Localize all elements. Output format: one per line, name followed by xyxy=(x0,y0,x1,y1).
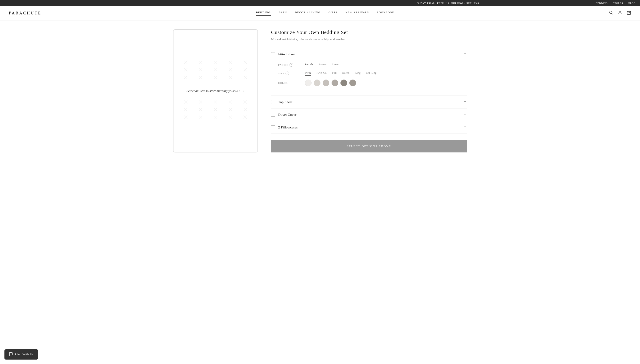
nav-bedding[interactable]: BEDDING xyxy=(256,11,271,16)
nav-lookbook[interactable]: LOOKBOOK xyxy=(377,11,394,16)
swatch-medium-gray[interactable] xyxy=(323,80,329,86)
x-mark xyxy=(195,67,206,72)
main-content: Select an item to start building your Se… xyxy=(160,20,480,161)
x-mark xyxy=(180,60,191,65)
bed-grid-5 xyxy=(180,107,251,112)
x-mark xyxy=(225,107,236,112)
fitted-sheet-label: Fitted Sheet xyxy=(278,52,460,56)
x-mark xyxy=(180,107,191,112)
search-icon[interactable] xyxy=(609,10,613,16)
fabric-percale[interactable]: Percale xyxy=(305,63,313,67)
about-us-link[interactable]: BEDDING xyxy=(596,2,608,4)
x-mark xyxy=(195,115,206,120)
size-twin[interactable]: Twin xyxy=(305,71,311,76)
x-mark xyxy=(225,67,236,72)
duvet-cover-label: Duvet Cover xyxy=(278,113,460,117)
size-twin-xl[interactable]: Twin XL xyxy=(316,71,327,76)
stores-link[interactable]: STORES xyxy=(613,2,623,4)
fabric-row: FABRIC ? Percale Sateen Linen xyxy=(278,63,467,67)
fabric-label: FABRIC ? xyxy=(278,63,305,67)
swatch-charcoal[interactable] xyxy=(349,80,356,86)
fitted-sheet-chevron[interactable] xyxy=(463,52,467,56)
x-mark xyxy=(240,115,251,120)
color-label: COLOR xyxy=(278,82,305,84)
x-mark xyxy=(225,100,236,104)
accordion-fitted-sheet: Fitted Sheet FABRIC ? Percale Sateen Lin… xyxy=(271,48,467,96)
bed-cta-text: Select an item to start building your Se… xyxy=(187,89,244,93)
x-mark xyxy=(210,107,221,112)
top-banner: 60 DAY TRIAL | FREE U.S. SHIPPING + RETU… xyxy=(0,0,640,6)
duvet-cover-chevron[interactable] xyxy=(463,112,467,117)
size-help-icon[interactable]: ? xyxy=(286,72,289,75)
color-swatches xyxy=(305,80,356,86)
logo[interactable]: PARACHUTE xyxy=(9,11,42,16)
top-sheet-chevron[interactable] xyxy=(463,100,467,104)
nav-new-arrivals[interactable]: NEW ARRIVALS xyxy=(346,11,369,16)
config-subtitle: Mix and match fabrics, colors and sizes … xyxy=(271,38,467,41)
x-mark xyxy=(240,60,251,65)
accordion-header-pillowcases[interactable]: 2 Pillowcases xyxy=(271,121,467,134)
swatch-warm-gray[interactable] xyxy=(332,80,338,86)
banner-links: BEDDING STORES BLOG xyxy=(596,2,635,4)
top-sheet-checkbox[interactable] xyxy=(271,100,275,104)
x-mark xyxy=(210,115,221,120)
x-mark xyxy=(180,115,191,120)
x-mark xyxy=(195,100,206,104)
x-mark xyxy=(195,107,206,112)
svg-line-1 xyxy=(612,13,613,14)
x-mark xyxy=(240,67,251,72)
bed-grid-2 xyxy=(180,67,251,72)
swatch-dark-gray[interactable] xyxy=(340,80,347,86)
x-mark xyxy=(240,107,251,112)
nav-gifts[interactable]: GIFTS xyxy=(328,11,338,16)
main-nav: BEDDING BATH DECOR + LIVING GIFTS NEW AR… xyxy=(256,11,394,16)
fabric-help-icon[interactable]: ? xyxy=(290,63,293,67)
x-mark xyxy=(195,60,206,65)
fitted-sheet-content: FABRIC ? Percale Sateen Linen SIZE ? xyxy=(271,60,467,96)
x-mark xyxy=(180,100,191,104)
pillowcases-checkbox[interactable] xyxy=(271,125,275,129)
cta-button[interactable]: SELECT OPTIONS ABOVE xyxy=(271,140,467,152)
nav-bath[interactable]: BATH xyxy=(279,11,287,16)
x-mark xyxy=(240,75,251,80)
svg-point-0 xyxy=(609,11,612,14)
bed-preview: Select an item to start building your Se… xyxy=(173,29,258,152)
pillowcases-chevron[interactable] xyxy=(463,125,467,130)
size-cal-king[interactable]: Cal King xyxy=(366,71,376,76)
swatch-light-gray[interactable] xyxy=(314,80,320,86)
config-panel: Customize Your Own Bedding Set Mix and m… xyxy=(271,29,467,152)
fabric-options: Percale Sateen Linen xyxy=(305,63,338,67)
x-mark xyxy=(225,115,236,120)
header-icons xyxy=(609,10,631,16)
accordion-header-top-sheet[interactable]: Top Sheet xyxy=(271,96,467,108)
banner-text: 60 DAY TRIAL | FREE U.S. SHIPPING + RETU… xyxy=(300,2,595,4)
x-mark xyxy=(225,60,236,65)
swatch-white[interactable] xyxy=(305,80,312,86)
accordion-header-duvet-cover[interactable]: Duvet Cover xyxy=(271,108,467,121)
size-king[interactable]: King xyxy=(355,71,361,76)
cart-icon[interactable] xyxy=(627,10,631,16)
duvet-cover-checkbox[interactable] xyxy=(271,113,275,117)
blog-link[interactable]: BLOG xyxy=(628,2,635,4)
fabric-sateen[interactable]: Sateen xyxy=(319,63,326,67)
nav-decor[interactable]: DECOR + LIVING xyxy=(295,11,320,16)
size-full[interactable]: Full xyxy=(332,71,337,76)
bed-grid-top xyxy=(180,60,251,65)
color-row: COLOR xyxy=(278,80,467,86)
bed-grid-3 xyxy=(180,75,251,80)
size-queen[interactable]: Queen xyxy=(342,71,350,76)
x-mark xyxy=(210,75,221,80)
account-icon[interactable] xyxy=(618,10,622,16)
size-row: SIZE ? Twin Twin XL Full Queen King Cal … xyxy=(278,71,467,76)
accordion-header-fitted-sheet[interactable]: Fitted Sheet xyxy=(271,48,467,60)
accordion-pillowcases: 2 Pillowcases xyxy=(271,121,467,134)
pillowcases-label: 2 Pillowcases xyxy=(278,126,460,129)
fitted-sheet-checkbox[interactable] xyxy=(271,52,275,56)
x-mark xyxy=(210,100,221,104)
top-sheet-label: Top Sheet xyxy=(278,100,460,104)
size-options: Twin Twin XL Full Queen King Cal King xyxy=(305,71,376,76)
x-mark xyxy=(180,75,191,80)
bed-grid-4 xyxy=(180,100,251,104)
x-mark xyxy=(180,67,191,72)
fabric-linen[interactable]: Linen xyxy=(332,63,338,67)
